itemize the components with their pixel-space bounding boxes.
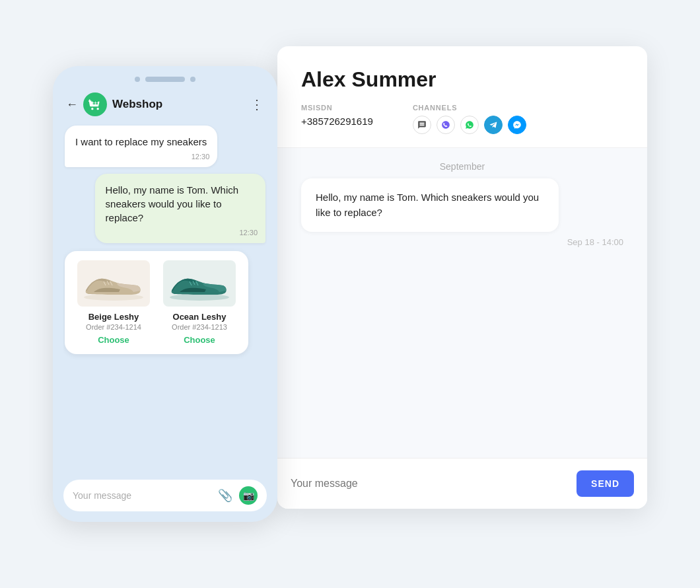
msisdn-value: +385726291619 (301, 116, 373, 127)
desktop-panel: Alex Summer MSISDN +385726291619 CHANNEL… (277, 46, 647, 509)
phone-header: ← Webshop ⋮ (63, 89, 267, 123)
panel-input-area: SEND (277, 458, 647, 509)
attachment-icon[interactable]: 📎 (218, 488, 232, 503)
product-card-ocean: Ocean Leshy Order #234-1213 Choose (160, 260, 239, 345)
date-divider: September (277, 148, 647, 178)
telegram-channel-icon (484, 116, 503, 134)
svg-point-4 (170, 294, 229, 301)
back-arrow-icon[interactable]: ← (66, 98, 78, 112)
shop-avatar (83, 92, 107, 116)
product-name-beige: Beige Leshy (88, 312, 139, 322)
phone-input-icons: 📎 📷 (218, 486, 258, 505)
phone-status-bar (63, 77, 267, 82)
product-order-beige: Order #234-1214 (86, 323, 141, 331)
svg-point-0 (84, 294, 143, 301)
choose-button-beige[interactable]: Choose (98, 335, 129, 345)
outgoing-time-1: 12:30 (239, 228, 258, 238)
panel-header: Alex Summer MSISDN +385726291619 CHANNEL… (277, 46, 647, 148)
sms-channel-icon (413, 116, 431, 134)
beige-sneaker-svg (81, 266, 147, 302)
ocean-sneaker-svg (166, 266, 232, 302)
outgoing-bubble-1: Hello, my name is Tom. Which sneakers wo… (95, 174, 265, 243)
channels-icons (413, 116, 526, 134)
channels-label: CHANNELS (413, 104, 526, 112)
outgoing-message-text-1: Hello, my name is Tom. Which sneakers wo… (106, 184, 238, 223)
panel-meta: MSISDN +385726291619 CHANNELS (301, 104, 623, 134)
panel-message-input[interactable] (291, 478, 569, 490)
more-options-icon[interactable]: ⋮ (250, 96, 264, 112)
camera-icon[interactable]: 📷 (239, 486, 258, 505)
phone-mockup: ← Webshop ⋮ I want to replace my sneaker… (53, 66, 277, 522)
viber-channel-icon (437, 116, 455, 134)
panel-message-area: Hello, my name is Tom. Which sneakers wo… (277, 178, 647, 458)
msisdn-label: MSISDN (301, 104, 373, 112)
product-order-ocean: Order #234-1213 (172, 323, 227, 331)
shop-name: Webshop (112, 98, 162, 111)
phone-input-bar: Your message 📎 📷 (63, 480, 267, 511)
phone-pill (145, 77, 185, 82)
product-image-ocean (163, 260, 236, 307)
phone-dot (190, 77, 195, 82)
incoming-bubble-1: I want to replace my sneakers 12:30 (65, 126, 217, 167)
incoming-message-text-1: I want to replace my sneakers (75, 136, 207, 147)
phone-input-placeholder[interactable]: Your message (73, 490, 213, 501)
whatsapp-channel-icon (460, 116, 479, 134)
incoming-time-1: 12:30 (192, 152, 210, 162)
panel-outgoing-bubble: Hello, my name is Tom. Which sneakers wo… (301, 178, 559, 232)
panel-message-time: Sep 18 - 14:00 (567, 237, 623, 247)
choose-button-ocean[interactable]: Choose (184, 335, 215, 345)
panel-chat-area: September Hello, my name is Tom. Which s… (277, 148, 647, 509)
product-card-beige: Beige Leshy Order #234-1214 Choose (74, 260, 153, 345)
send-button[interactable]: SEND (577, 470, 634, 497)
phone-header-left: ← Webshop (66, 92, 162, 116)
product-cards: Beige Leshy Order #234-1214 Choose (65, 251, 248, 354)
msisdn-section: MSISDN +385726291619 (301, 104, 373, 134)
phone-dot (135, 77, 140, 82)
phone-chat-area: I want to replace my sneakers 12:30 Hell… (63, 123, 267, 473)
panel-message-text: Hello, my name is Tom. Which sneakers wo… (316, 192, 539, 218)
product-image-beige (77, 260, 150, 307)
product-name-ocean: Ocean Leshy (173, 312, 227, 322)
channels-section: CHANNELS (413, 104, 526, 134)
messenger-channel-icon (508, 116, 526, 134)
panel-user-name: Alex Summer (301, 67, 623, 92)
